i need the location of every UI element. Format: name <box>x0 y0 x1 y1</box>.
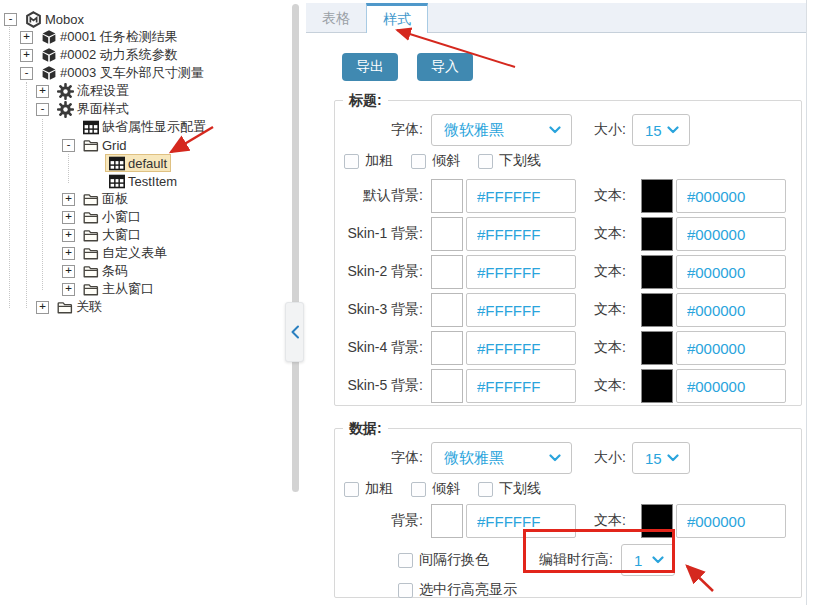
tree-item[interactable]: - Mobox <box>0 10 292 28</box>
tree-item-label: 关联 <box>76 298 102 316</box>
tree-item[interactable]: + 关联 <box>0 298 292 316</box>
tab-table[interactable]: 表格 <box>306 3 366 33</box>
scrollbar-track[interactable] <box>806 0 807 605</box>
tree-item[interactable]: - 界面样式 <box>0 100 292 118</box>
bg-color-swatch[interactable] <box>431 179 463 213</box>
data-italic-checkbox[interactable] <box>411 482 426 497</box>
group-legend: 数据: <box>343 420 388 438</box>
bg-hex-input[interactable] <box>466 255 576 289</box>
tab-bar: 表格 样式 <box>306 3 806 33</box>
expand-toggle-icon[interactable]: + <box>20 31 33 44</box>
text-color-swatch[interactable] <box>641 331 673 365</box>
text-color-swatch[interactable] <box>641 369 673 403</box>
expand-toggle-icon[interactable]: + <box>62 265 75 278</box>
expand-toggle-icon[interactable]: + <box>62 283 75 296</box>
collapse-panel-button[interactable] <box>285 302 304 362</box>
text-color-swatch[interactable] <box>641 255 673 289</box>
alt-row-color-checkbox[interactable] <box>398 553 413 568</box>
title-color-rows: 默认背景: 文本: Skin-1 背景: 文本: Skin-2 背景: 文本: … <box>335 179 801 403</box>
text-color-swatch[interactable] <box>641 179 673 213</box>
tree-item[interactable]: + 面板 <box>0 190 292 208</box>
edit-row-height-select[interactable]: 1 <box>621 544 675 576</box>
bg-color-swatch[interactable] <box>431 255 463 289</box>
import-button[interactable]: 导入 <box>417 53 473 81</box>
title-italic-checkbox[interactable] <box>411 154 426 169</box>
bg-hex-input[interactable] <box>466 217 576 251</box>
alt-row-color-label: 间隔行换色 <box>419 551 489 569</box>
text-hex-input[interactable] <box>676 369 786 403</box>
expand-toggle-icon[interactable]: + <box>36 85 49 98</box>
text-hex-input[interactable] <box>676 504 786 538</box>
text-label: 文本: <box>594 187 626 205</box>
text-hex-input[interactable] <box>676 179 786 213</box>
bg-color-swatch[interactable] <box>431 331 463 365</box>
data-underline-checkbox[interactable] <box>478 482 493 497</box>
tree-item[interactable]: + 自定义表单 <box>0 244 292 262</box>
tree-item[interactable]: + #0001 任务检测结果 <box>0 28 292 46</box>
tree-item[interactable]: + 流程设置 <box>0 82 292 100</box>
tree-item-label: 自定义表单 <box>102 244 167 262</box>
folder-icon <box>83 138 99 153</box>
text-color-swatch[interactable] <box>641 504 673 538</box>
tree-item[interactable]: - #0003 叉车外部尺寸测量 <box>0 64 292 82</box>
underline-label: 下划线 <box>499 152 541 170</box>
bg-color-swatch[interactable] <box>431 504 463 538</box>
title-size-select[interactable]: 15 <box>632 114 690 146</box>
tree-item[interactable]: + 条码 <box>0 262 292 280</box>
title-underline-checkbox[interactable] <box>478 154 493 169</box>
bg-color-swatch[interactable] <box>431 293 463 327</box>
bg-hex-input[interactable] <box>466 179 576 213</box>
expand-toggle-icon[interactable]: + <box>62 229 75 242</box>
tree-item[interactable]: 缺省属性显示配置 <box>0 118 292 136</box>
bg-hex-input[interactable] <box>466 369 576 403</box>
color-row: Skin-5 背景: 文本: <box>335 369 801 403</box>
splitter-handle[interactable] <box>292 4 299 492</box>
expand-toggle-icon[interactable]: - <box>4 13 17 26</box>
tree-item[interactable]: - Grid <box>0 136 292 154</box>
expand-toggle-icon[interactable]: - <box>62 139 75 152</box>
text-color-swatch[interactable] <box>641 293 673 327</box>
tree-item[interactable]: + 主从窗口 <box>0 280 292 298</box>
expand-toggle-icon[interactable]: + <box>62 211 75 224</box>
chevron-down-icon <box>549 126 561 134</box>
bg-color-swatch[interactable] <box>431 217 463 251</box>
folder-icon <box>83 210 99 225</box>
row-options: 间隔行换色 编辑时行高: 1 <box>335 544 801 576</box>
text-hex-input[interactable] <box>676 217 786 251</box>
text-hex-input[interactable] <box>676 331 786 365</box>
bg-color-swatch[interactable] <box>431 369 463 403</box>
bg-hex-input[interactable] <box>466 293 576 327</box>
text-hex-input[interactable] <box>676 293 786 327</box>
expand-toggle-icon[interactable]: + <box>62 247 75 260</box>
expand-toggle-icon[interactable]: + <box>62 193 75 206</box>
color-row: Skin-4 背景: 文本: <box>335 331 801 365</box>
data-font-select[interactable]: 微软雅黑 <box>431 442 572 474</box>
grid-icon <box>109 174 125 189</box>
tree-item[interactable]: + #0002 动力系统参数 <box>0 46 292 64</box>
bg-hex-input[interactable] <box>466 504 576 538</box>
expand-toggle-icon[interactable]: - <box>20 67 33 80</box>
text-hex-input[interactable] <box>676 255 786 289</box>
expand-toggle-icon[interactable]: - <box>36 103 49 116</box>
text-label: 文本: <box>594 339 626 357</box>
data-size-select[interactable]: 15 <box>632 442 690 474</box>
chevron-down-icon <box>667 454 679 462</box>
title-bold-checkbox[interactable] <box>344 154 359 169</box>
export-button[interactable]: 导出 <box>342 53 398 81</box>
toolbar: 导出 导入 <box>342 53 473 81</box>
tree-item[interactable]: default <box>0 154 292 172</box>
tree-item[interactable]: TestItem <box>0 172 292 190</box>
tab-style[interactable]: 样式 <box>366 3 428 33</box>
expand-toggle-icon[interactable]: + <box>36 301 49 314</box>
title-font-select[interactable]: 微软雅黑 <box>431 114 572 146</box>
tree-item[interactable]: + 大窗口 <box>0 226 292 244</box>
expand-toggle-icon[interactable]: + <box>20 49 33 62</box>
tree-item-label: #0002 动力系统参数 <box>60 46 178 64</box>
highlight-selected-checkbox[interactable] <box>398 583 413 598</box>
bg-hex-input[interactable] <box>466 331 576 365</box>
tree-item[interactable]: + 小窗口 <box>0 208 292 226</box>
tree-connector <box>9 27 10 308</box>
text-color-swatch[interactable] <box>641 217 673 251</box>
tree-connector <box>42 119 43 290</box>
data-bold-checkbox[interactable] <box>344 482 359 497</box>
